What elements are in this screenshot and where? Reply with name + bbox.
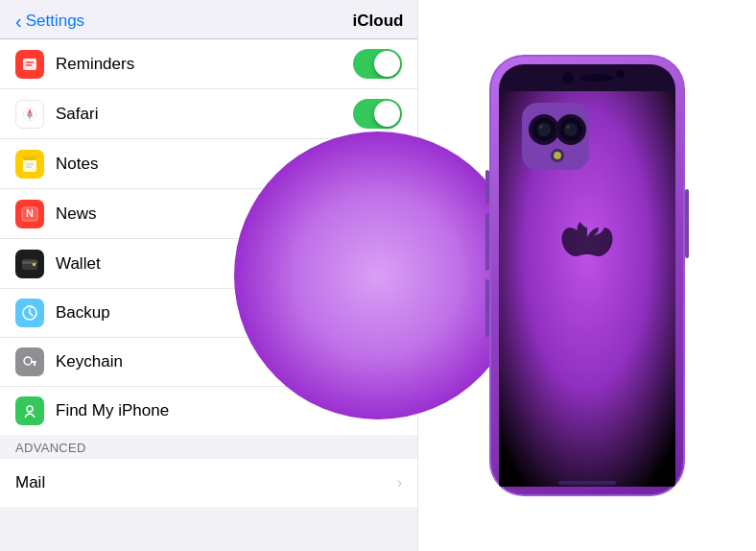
safari-label: Safari (56, 105, 353, 124)
keychain-icon (15, 347, 44, 376)
mail-label: Mail (15, 473, 397, 492)
svg-point-42 (564, 123, 578, 136)
svg-rect-46 (485, 170, 489, 204)
reminders-icon (15, 50, 44, 79)
reminders-row[interactable]: Reminders (0, 39, 417, 89)
svg-rect-48 (485, 279, 489, 337)
safari-toggle[interactable] (353, 99, 402, 129)
phone-display-panel (417, 0, 756, 551)
back-chevron-icon: ‹ (15, 12, 22, 31)
wallet-icon (15, 250, 44, 278)
reminders-toggle-knob (374, 51, 400, 77)
svg-point-21 (24, 357, 32, 365)
svg-point-33 (617, 70, 625, 78)
svg-point-38 (537, 123, 551, 136)
safari-toggle-knob (374, 101, 400, 127)
back-label: Settings (26, 12, 84, 31)
safari-row[interactable]: Safari (0, 89, 417, 139)
svg-rect-50 (558, 481, 616, 485)
svg-point-31 (562, 72, 574, 84)
safari-icon (15, 100, 44, 129)
svg-rect-23 (34, 363, 35, 366)
svg-point-32 (579, 74, 614, 82)
mail-chevron-icon: › (397, 474, 402, 491)
safari-toggle-area (353, 99, 402, 129)
navigation-bar: ‹ Settings iCloud (0, 0, 417, 39)
page-title: iCloud (353, 12, 404, 31)
mail-chevron-area: › (397, 474, 402, 491)
svg-rect-49 (685, 189, 689, 258)
phone-container (418, 0, 756, 551)
svg-rect-47 (485, 213, 489, 271)
mail-row[interactable]: Mail › (0, 459, 417, 507)
svg-point-45 (554, 152, 561, 159)
svg-rect-22 (31, 361, 36, 363)
notes-icon (15, 150, 44, 179)
svg-rect-19 (33, 263, 35, 266)
svg-point-43 (566, 125, 570, 129)
back-button[interactable]: ‹ Settings (15, 12, 84, 31)
svg-text:N: N (26, 207, 34, 219)
reminders-label: Reminders (56, 55, 353, 74)
backup-icon (15, 299, 44, 327)
news-icon: N (15, 200, 44, 228)
findmy-icon (15, 396, 44, 425)
reminders-toggle-area (353, 49, 402, 79)
svg-rect-0 (23, 59, 36, 70)
iphone-illustration (472, 45, 702, 506)
advanced-section-header: ADVANCED (0, 435, 417, 459)
svg-point-39 (539, 125, 543, 129)
svg-rect-11 (23, 156, 36, 160)
advanced-group: Mail › (0, 459, 417, 507)
reminders-toggle[interactable] (353, 49, 402, 79)
